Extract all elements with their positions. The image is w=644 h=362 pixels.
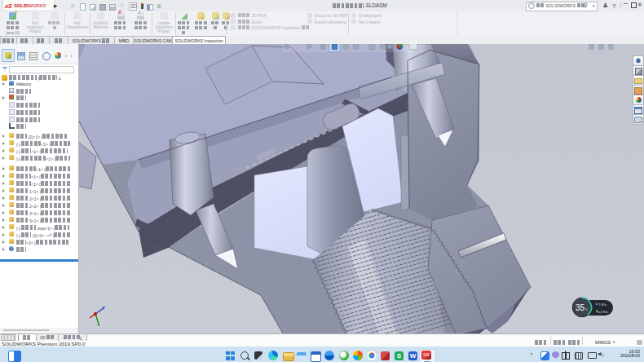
svg-text:0.2 K/s: 0.2 K/s [598,310,608,314]
svg-text:%: % [585,307,589,311]
svg-text:35: 35 [576,303,585,312]
svg-text:1 K/s: 1 K/s [598,302,607,307]
